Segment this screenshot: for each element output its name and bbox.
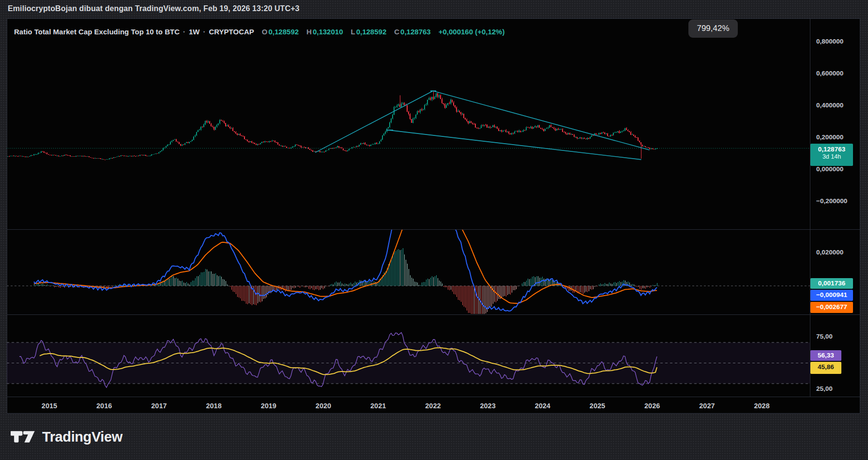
macd-line-badge: −0,000941 (810, 290, 853, 301)
year-label: 2022 (417, 402, 448, 410)
low-value: 0,128592 (356, 28, 387, 36)
price-panel (7, 90, 810, 160)
rsi-ma-value-badge: 45,86 (810, 362, 841, 374)
open-label: O (262, 28, 268, 36)
price-tick-label: 0,800000 (816, 38, 843, 45)
year-label: 2026 (637, 402, 668, 410)
ohlc-close: C 0,128763 (394, 28, 430, 36)
tradingview-logo-text: TradingView (42, 429, 122, 445)
price-tick-label: 0,400000 (816, 102, 843, 109)
main-chart-canvas[interactable] (0, 0, 868, 460)
price-tick-label: 0,200000 (816, 134, 843, 141)
year-label: 2020 (308, 402, 339, 410)
exchange-label: CRYPTOCAP (209, 28, 254, 36)
ohlc-low: L 0,128592 (351, 28, 387, 36)
ohlc-high: H 0,132010 (306, 28, 343, 36)
macd-tick-label: 0,020000 (816, 249, 843, 256)
year-label: 2028 (746, 402, 777, 410)
year-label: 2018 (198, 402, 229, 410)
separator-dot: · (202, 28, 206, 36)
close-value: 0,128763 (400, 28, 431, 36)
rsi-panel (7, 333, 810, 388)
ohlc-open: O 0,128592 (262, 28, 299, 36)
interval-label[interactable]: 1W (189, 28, 200, 36)
trendline (433, 91, 649, 150)
current-price-value: 0,128763 (814, 146, 849, 153)
tradingview-logo-icon (11, 427, 36, 447)
current-price-badge: 0,128763 3d 14h (810, 144, 853, 166)
percent-change-tooltip: 799,42% (688, 19, 738, 38)
high-label: H (306, 28, 312, 36)
symbol-title[interactable]: Ratio Total Market Cap Excluding Top 10 … (14, 28, 180, 36)
price-tick-label: 0,600000 (816, 70, 843, 77)
change-value: +0,000160 (+0,12%) (439, 28, 505, 36)
trendline (389, 130, 641, 160)
separator-dot: · (183, 28, 186, 36)
macd-panel (7, 190, 810, 320)
symbol-header[interactable]: Ratio Total Market Cap Excluding Top 10 … (14, 27, 504, 36)
open-value: 0,128592 (269, 28, 299, 36)
macd-histogram-badge: 0,001736 (810, 278, 853, 289)
year-label: 2021 (363, 402, 394, 410)
macd-signal-badge: −0,002677 (810, 302, 853, 313)
year-label: 2017 (143, 402, 174, 410)
low-label: L (351, 28, 355, 36)
bar-countdown: 3d 14h (814, 153, 849, 160)
year-label: 2024 (527, 402, 558, 410)
year-label: 2016 (89, 402, 120, 410)
rsi-tick-label: 25,00 (816, 385, 833, 392)
year-label: 2027 (691, 402, 722, 410)
rsi-tick-label: 75,00 (816, 333, 833, 340)
close-label: C (394, 28, 399, 36)
tradingview-footer[interactable]: TradingView (11, 427, 122, 447)
year-label: 2019 (253, 402, 284, 410)
rsi-value-badge: 56,33 (810, 350, 841, 361)
year-label: 2015 (34, 402, 65, 410)
year-label: 2023 (472, 402, 503, 410)
trendline (315, 91, 433, 152)
high-value: 0,132010 (313, 28, 343, 36)
year-label: 2025 (582, 402, 613, 410)
price-tick-label: 0,000000 (816, 165, 843, 173)
price-tick-label: −0,200000 (816, 197, 847, 205)
